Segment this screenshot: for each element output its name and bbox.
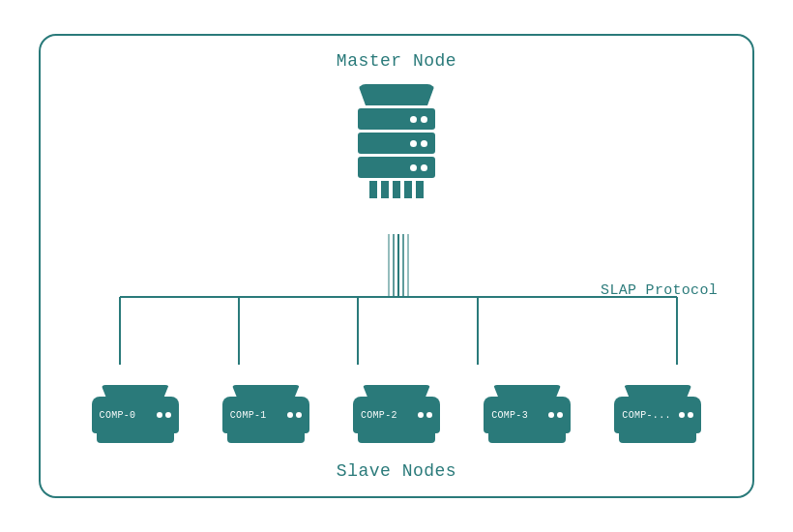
node-dots-3 <box>548 412 563 418</box>
server-dot <box>421 116 427 123</box>
server-leg <box>369 181 377 198</box>
slave-node-2: COMP-2 <box>348 397 445 443</box>
server-leg <box>393 181 400 198</box>
node-cap-1 <box>232 385 300 399</box>
slave-node-0: COMP-0 <box>87 397 184 443</box>
node-base-3 <box>488 433 566 443</box>
slap-protocol-label: SLAP Protocol <box>601 282 718 299</box>
node-body-2: COMP-2 <box>353 397 440 433</box>
server-body-2 <box>358 133 435 154</box>
node-body-4: COMP-... <box>614 397 701 433</box>
node-dots-2 <box>418 412 432 418</box>
node-dot <box>557 412 563 418</box>
server-leg <box>404 181 412 198</box>
node-label-3: COMP-3 <box>491 410 528 421</box>
master-server-icon <box>353 84 440 198</box>
node-dots-1 <box>287 412 302 418</box>
node-body-0: COMP-0 <box>92 397 179 433</box>
server-leg <box>381 181 389 198</box>
node-cap-0 <box>102 385 169 399</box>
node-label-1: COMP-1 <box>230 410 267 421</box>
node-dots-0 <box>157 412 171 418</box>
node-body-1: COMP-1 <box>222 397 309 433</box>
node-label-0: COMP-0 <box>100 410 136 421</box>
node-cap-4 <box>624 385 691 399</box>
server-dot <box>410 116 417 123</box>
server-dot <box>421 140 427 147</box>
server-cap <box>358 84 435 105</box>
diagram-container: Master Node SLAP Protocol <box>39 34 754 498</box>
node-label-2: COMP-2 <box>361 410 397 421</box>
node-label-4: COMP-... <box>622 410 670 421</box>
server-body-3 <box>358 157 435 178</box>
server-dot <box>421 164 427 171</box>
node-cap-2 <box>363 385 430 399</box>
node-dot <box>418 412 424 418</box>
node-dot <box>548 412 554 418</box>
slave-node-1: COMP-1 <box>218 397 314 443</box>
node-body-3: COMP-3 <box>484 397 571 433</box>
node-dot <box>165 412 171 418</box>
node-dots-4 <box>679 412 693 418</box>
server-dot <box>410 140 417 147</box>
node-base-0 <box>97 433 174 443</box>
node-dot <box>679 412 685 418</box>
server-leg <box>416 181 424 198</box>
server-legs <box>358 181 435 198</box>
node-dot <box>426 412 432 418</box>
server-body-1 <box>358 108 435 130</box>
node-dot <box>157 412 162 418</box>
slave-node-3: COMP-3 <box>479 397 575 443</box>
node-dot <box>296 412 302 418</box>
node-base-4 <box>619 433 696 443</box>
node-dot <box>287 412 293 418</box>
master-node-label: Master Node <box>337 51 456 71</box>
server-dot <box>410 164 417 171</box>
slave-nodes-container: COMP-0 COMP-1 COMP-2 <box>41 397 752 443</box>
node-base-1 <box>227 433 305 443</box>
slave-node-4: COMP-... <box>609 397 706 443</box>
node-dot <box>688 412 693 418</box>
slave-nodes-label: Slave Nodes <box>337 461 456 481</box>
node-cap-3 <box>493 385 561 399</box>
node-base-2 <box>358 433 435 443</box>
